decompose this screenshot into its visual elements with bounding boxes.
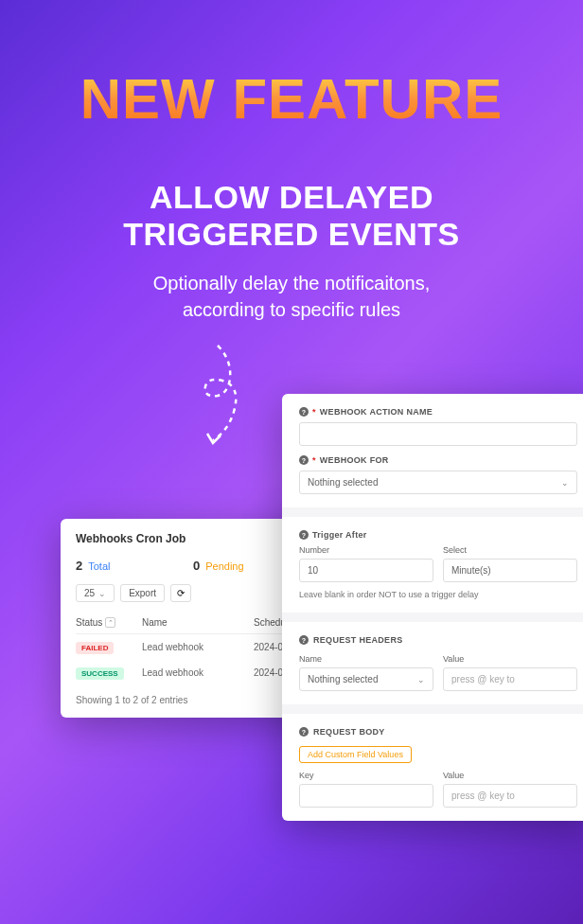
export-button[interactable]: Export: [120, 584, 165, 602]
webhook-for-label: ? * WEBHOOK FOR: [299, 455, 577, 465]
number-label: Number: [299, 545, 433, 555]
description: Optionally delay the notificaitons, acco…: [0, 270, 583, 323]
table-row[interactable]: FAILED Lead webhook 2024-03-2: [76, 634, 310, 660]
help-icon[interactable]: ?: [299, 455, 309, 465]
header-value-label: Value: [443, 654, 577, 664]
arrow-decoration: [185, 341, 270, 454]
action-name-input[interactable]: [299, 422, 577, 446]
select-label: Select: [443, 545, 577, 555]
help-icon[interactable]: ?: [299, 407, 309, 417]
stat-total[interactable]: 2 Total: [76, 559, 193, 573]
add-custom-button[interactable]: Add Custom Field Values: [299, 746, 412, 763]
request-headers-title: ? REQUEST HEADERS: [299, 635, 577, 645]
refresh-button[interactable]: ⟳: [170, 584, 191, 602]
status-badge: SUCCESS: [76, 667, 124, 680]
th-status[interactable]: Status ⌃: [76, 617, 142, 628]
webhook-for-select[interactable]: Nothing selected ⌄: [299, 471, 577, 494]
number-input[interactable]: [299, 559, 433, 582]
body-value-label: Value: [443, 771, 577, 780]
chevron-down-icon: ⌄: [98, 589, 106, 598]
stats-row: 2 Total 0 Pending: [76, 559, 310, 573]
form-card: ? * WEBHOOK ACTION NAME ? * WEBHOOK FOR …: [282, 394, 583, 821]
chevron-down-icon: ⌄: [561, 478, 569, 488]
help-icon[interactable]: ?: [299, 727, 309, 737]
header-value-input[interactable]: [443, 667, 577, 691]
chevron-down-icon: ⌄: [417, 675, 425, 684]
request-body-title: ? REQUEST BODY: [299, 727, 577, 737]
body-value-input[interactable]: [443, 784, 577, 808]
toolbar: 25 ⌄ Export ⟳: [76, 584, 310, 602]
help-icon[interactable]: ?: [299, 530, 309, 540]
subtitle: ALLOW DELAYED TRIGGERED EVENTS: [0, 179, 583, 253]
header-name-label: Name: [299, 654, 433, 664]
hero-title: NEW FEATURE: [0, 66, 583, 132]
unit-select[interactable]: Minute(s): [443, 559, 577, 582]
cron-title: Webhooks Cron Job: [76, 532, 310, 545]
action-name-label: ? * WEBHOOK ACTION NAME: [299, 407, 577, 417]
help-icon[interactable]: ?: [299, 635, 309, 645]
trigger-after-label: ? Trigger After: [299, 530, 577, 540]
table-row[interactable]: SUCCESS Lead webhook 2024-03-2: [76, 660, 310, 685]
table-header: Status ⌃ Name Scheduled: [76, 612, 310, 634]
sort-icon: ⌃: [105, 617, 115, 628]
refresh-icon: ⟳: [177, 588, 185, 598]
header-name-select[interactable]: Nothing selected ⌄: [299, 667, 433, 691]
th-name[interactable]: Name: [142, 617, 254, 628]
body-key-input[interactable]: [299, 784, 433, 808]
trigger-hint: Leave blank in order NOT to use a trigge…: [299, 590, 577, 599]
page-size-select[interactable]: 25 ⌄: [76, 584, 115, 602]
status-badge: FAILED: [76, 642, 114, 654]
body-key-label: Key: [299, 771, 433, 780]
table-footer: Showing 1 to 2 of 2 entries: [76, 695, 310, 705]
